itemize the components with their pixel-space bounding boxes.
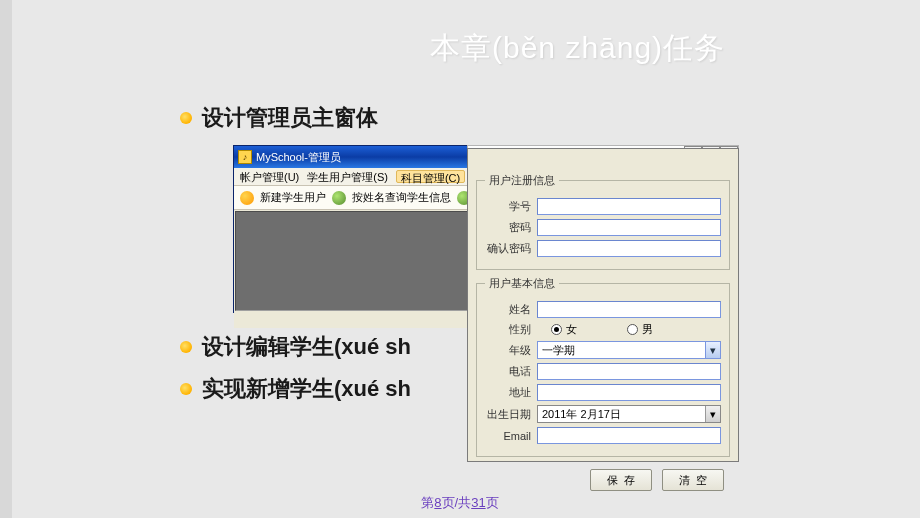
- app-icon: ♪: [238, 150, 252, 164]
- radio-female-label: 女: [566, 322, 577, 337]
- bullet-icon: [180, 341, 192, 353]
- grade-selected-value: 一学期: [542, 343, 575, 358]
- chevron-down-icon[interactable]: ▾: [705, 342, 720, 358]
- radio-female[interactable]: 女: [551, 322, 577, 337]
- bullet-text: 实现新增学生(xué sh: [202, 374, 411, 404]
- clear-button[interactable]: 清空: [662, 469, 724, 491]
- footer-prefix: 第: [421, 495, 434, 510]
- footer-mid: 页/共: [442, 495, 472, 510]
- student-id-input[interactable]: [537, 198, 721, 215]
- bullet-list: 设计管理员主窗体: [180, 103, 378, 141]
- address-input[interactable]: [537, 384, 721, 401]
- page-title: 本章(běn zhāng)任务: [430, 28, 725, 69]
- edit-student-dialog: 用户注册信息 学号 密码 确认密码 用户基本信息 姓名 性别: [467, 148, 739, 462]
- row-grade: 年级 一学期 ▾: [485, 341, 721, 359]
- row-dob: 出生日期 2011年 2月17日 ▾: [485, 405, 721, 423]
- bullet-icon: [180, 112, 192, 124]
- email-input[interactable]: [537, 427, 721, 444]
- row-address: 地址: [485, 384, 721, 401]
- label-name: 姓名: [485, 302, 531, 317]
- row-student-id: 学号: [485, 198, 721, 215]
- password-input[interactable]: [537, 219, 721, 236]
- window-title: MySchool-管理员: [256, 150, 341, 165]
- bullet-text: 设计编辑学生(xué sh: [202, 332, 411, 362]
- toolbar-search-by-name[interactable]: 按姓名查询学生信息: [352, 190, 451, 205]
- menu-student[interactable]: 学生用户管理(S): [307, 170, 388, 183]
- label-phone: 电话: [485, 364, 531, 379]
- radio-male-label: 男: [642, 322, 653, 337]
- bullet-icon: [180, 383, 192, 395]
- name-input[interactable]: [537, 301, 721, 318]
- group-legend: 用户基本信息: [485, 276, 559, 291]
- footer-page-num: 8: [434, 495, 441, 510]
- row-email: Email: [485, 427, 721, 444]
- row-name: 姓名: [485, 301, 721, 318]
- row-phone: 电话: [485, 363, 721, 380]
- dob-datepicker[interactable]: 2011年 2月17日 ▾: [537, 405, 721, 423]
- save-button[interactable]: 保存: [590, 469, 652, 491]
- page-footer: 第8页/共31页: [0, 494, 920, 512]
- footer-total: 31: [471, 495, 485, 510]
- label-confirm-password: 确认密码: [485, 241, 531, 256]
- bullet-item-3: 实现新增学生(xué sh: [180, 374, 411, 404]
- radio-dot-icon: [627, 324, 638, 335]
- label-gender: 性别: [485, 322, 531, 337]
- row-password: 密码: [485, 219, 721, 236]
- bullet-item-2: 设计编辑学生(xué sh: [180, 332, 411, 362]
- new-student-icon[interactable]: [240, 191, 254, 205]
- left-sidebar-strip: [0, 0, 12, 518]
- label-address: 地址: [485, 385, 531, 400]
- label-email: Email: [485, 430, 531, 442]
- search-icon[interactable]: [332, 191, 346, 205]
- toolbar-new-student[interactable]: 新建学生用户: [260, 190, 326, 205]
- dob-value: 2011年 2月17日: [542, 407, 621, 422]
- label-student-id: 学号: [485, 199, 531, 214]
- label-grade: 年级: [485, 343, 531, 358]
- row-gender: 性别 女 男: [485, 322, 721, 337]
- footer-suffix: 页: [486, 495, 499, 510]
- confirm-password-input[interactable]: [537, 240, 721, 257]
- radio-dot-icon: [551, 324, 562, 335]
- group-legend: 用户注册信息: [485, 173, 559, 188]
- chevron-down-icon[interactable]: ▾: [705, 406, 720, 422]
- group-register-info: 用户注册信息 学号 密码 确认密码: [476, 173, 730, 270]
- grade-combobox[interactable]: 一学期 ▾: [537, 341, 721, 359]
- bullet-item-1: 设计管理员主窗体: [180, 103, 378, 133]
- phone-input[interactable]: [537, 363, 721, 380]
- label-password: 密码: [485, 220, 531, 235]
- menu-subject[interactable]: 科目管理(C): [396, 170, 465, 183]
- group-basic-info: 用户基本信息 姓名 性别 女 男 年级 一学期 ▾: [476, 276, 730, 457]
- bullet-text: 设计管理员主窗体: [202, 103, 378, 133]
- dialog-button-row: 保存 清空: [468, 463, 738, 497]
- row-confirm-password: 确认密码: [485, 240, 721, 257]
- radio-male[interactable]: 男: [627, 322, 653, 337]
- menu-account[interactable]: 帐户管理(U): [240, 170, 299, 183]
- label-dob: 出生日期: [485, 407, 531, 422]
